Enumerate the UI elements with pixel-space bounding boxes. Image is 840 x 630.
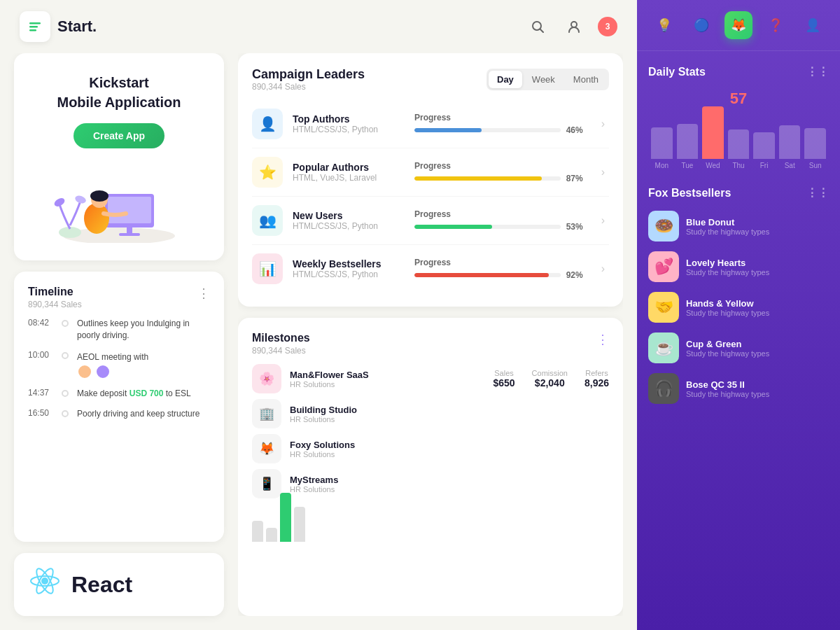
milestones-subtitle: 890,344 Sales	[252, 346, 310, 356]
row-arrow-button[interactable]: ›	[597, 113, 609, 134]
campaign-header: Campaign Leaders 890,344 Sales Day Week …	[252, 67, 609, 92]
list-item: 10:00 AEOL meeting with	[28, 350, 210, 380]
milestones-header: Milestones 890,344 Sales ⋮	[252, 332, 609, 356]
sidebar-nav-icon-profile[interactable]: 👤	[799, 11, 827, 39]
chart-bar	[651, 127, 673, 159]
bestsellers-dots[interactable]: ⋮⋮	[806, 186, 829, 200]
list-item: 🍩 Blue Donut Study the highway types	[648, 211, 829, 241]
top-authors-icon: 👤	[252, 108, 283, 139]
sidebar-nav-icon-user[interactable]: 🔵	[687, 11, 715, 39]
progress-bar-fill	[414, 128, 482, 132]
chart-bar	[266, 528, 277, 542]
timeline-items: 08:42 Outlines keep you Indulging in poo…	[28, 318, 210, 420]
campaign-subtitle: 890,344 Sales	[252, 82, 365, 92]
tab-day[interactable]: Day	[489, 71, 522, 88]
logo-icon	[20, 11, 50, 42]
bestseller-image: 🤝	[648, 292, 679, 323]
progress-label: Progress	[414, 209, 587, 219]
chart-bar	[280, 493, 291, 542]
progress-bar-bg	[414, 225, 561, 229]
svg-rect-10	[119, 233, 140, 236]
notification-badge[interactable]: 3	[598, 17, 617, 36]
svg-rect-2	[29, 29, 36, 31]
row-arrow-button[interactable]: ›	[597, 210, 609, 231]
campaign-card: Campaign Leaders 890,344 Sales Day Week …	[238, 53, 623, 307]
list-item: 16:50 Poorly driving and keep structure	[28, 408, 210, 420]
svg-line-4	[540, 29, 544, 33]
timeline-subtitle: 890,344 Sales	[28, 300, 82, 309]
daily-stats-dots[interactable]: ⋮⋮	[806, 65, 829, 78]
sidebar: 💡 🔵 🦊 ❓ 👤 Daily Stats ⋮⋮ 57 Mon Tue	[637, 0, 840, 630]
progress-label: Progress	[414, 161, 587, 171]
bar-column: Thu	[728, 130, 750, 169]
bar-column: Fri	[753, 132, 775, 169]
timeline-title: Timeline	[28, 286, 82, 298]
milestones-title: Milestones	[252, 332, 310, 344]
progress-bar-fill	[414, 225, 492, 229]
kickstart-card: Kickstart Mobile Application Create App	[14, 53, 224, 260]
content: Kickstart Mobile Application Create App	[0, 53, 637, 630]
search-icon[interactable]	[525, 14, 550, 39]
progress-bar-bg	[414, 128, 561, 132]
bar-column: Mon	[651, 127, 673, 169]
timeline-dots-menu[interactable]: ⋮	[197, 286, 210, 301]
sidebar-content: Daily Stats ⋮⋮ 57 Mon Tue Wed	[637, 51, 840, 630]
milestone-icon: 📱	[252, 469, 281, 498]
list-item: 08:42 Outlines keep you Indulging in poo…	[28, 318, 210, 342]
bestseller-image: 💕	[648, 251, 679, 282]
sidebar-nav-icon-fox[interactable]: 🦊	[724, 11, 752, 39]
bestseller-image: ☕	[648, 332, 679, 363]
progress-bar-fill	[414, 273, 549, 277]
bar-column: Sun	[804, 128, 826, 169]
row-arrow-button[interactable]: ›	[597, 162, 609, 183]
table-row: 👤 Top Authors HTML/CSS/JS, Python Progre…	[252, 100, 609, 148]
weekly-bestsellers-icon: 📊	[252, 253, 283, 284]
sidebar-nav-icon-idea[interactable]: 💡	[650, 11, 678, 39]
campaign-rows: 👤 Top Authors HTML/CSS/JS, Python Progre…	[252, 100, 609, 293]
chart-bar	[804, 128, 826, 159]
timeline-dot	[62, 390, 69, 397]
progress-bar-fill	[414, 176, 542, 181]
list-item: 🏢 Building Studio HR Solutions	[252, 399, 609, 428]
react-label: React	[71, 572, 132, 598]
left-column: Kickstart Mobile Application Create App	[14, 53, 224, 616]
right-column: Campaign Leaders 890,344 Sales Day Week …	[238, 53, 623, 616]
header-actions: 3	[525, 14, 617, 39]
list-item: 🦊 Foxy Solutions HR Solutions	[252, 434, 609, 463]
progress-bar-bg	[414, 273, 561, 277]
list-item: 🎧 Bose QC 35 II Study the highway types	[648, 373, 829, 404]
timeline-dot	[62, 352, 69, 359]
list-item: 🌸 Man&Flower SaaS HR Solutions Sales $65…	[252, 364, 609, 393]
create-app-button[interactable]: Create App	[74, 123, 164, 148]
new-users-icon: 👥	[252, 205, 283, 236]
user-icon[interactable]	[561, 14, 587, 39]
list-item: 📱 MyStreams HR Solutions	[252, 469, 609, 498]
row-arrow-button[interactable]: ›	[597, 258, 609, 279]
chart-bar	[252, 521, 263, 542]
logo: Start.	[20, 11, 97, 42]
chart-bar	[753, 132, 775, 159]
campaign-title: Campaign Leaders	[252, 67, 365, 82]
kickstart-title: Kickstart Mobile Application	[28, 73, 210, 112]
react-card: React	[14, 553, 224, 616]
table-row: 📊 Weekly Bestsellers HTML/CSS/JS, Python…	[252, 245, 609, 293]
list-item: ☕ Cup & Green Study the highway types	[648, 332, 829, 363]
chart-bar	[677, 124, 699, 159]
chart-bar	[779, 125, 801, 159]
svg-point-17	[41, 578, 48, 584]
table-row: 👥 New Users HTML/CSS/JS, Python Progress	[252, 197, 609, 245]
svg-rect-8	[108, 197, 151, 223]
list-item: 14:37 Make deposit USD 700 to ESL	[28, 388, 210, 400]
milestone-icon: 🌸	[252, 364, 281, 393]
tab-week[interactable]: Week	[524, 71, 564, 88]
sidebar-nav-icon-help[interactable]: ❓	[762, 11, 790, 39]
bestsellers-section: Fox Bestsellers ⋮⋮ 🍩 Blue Donut Study th…	[648, 186, 829, 404]
logo-text: Start.	[57, 18, 97, 36]
timeline-dot	[62, 410, 69, 417]
tab-month[interactable]: Month	[565, 71, 607, 88]
chart-bar-active	[702, 106, 724, 159]
highlight-amount: USD 700	[130, 388, 164, 398]
bar-column: Sat	[779, 125, 801, 169]
header: Start. 3	[0, 0, 637, 53]
milestones-dots-menu[interactable]: ⋮	[596, 332, 609, 347]
